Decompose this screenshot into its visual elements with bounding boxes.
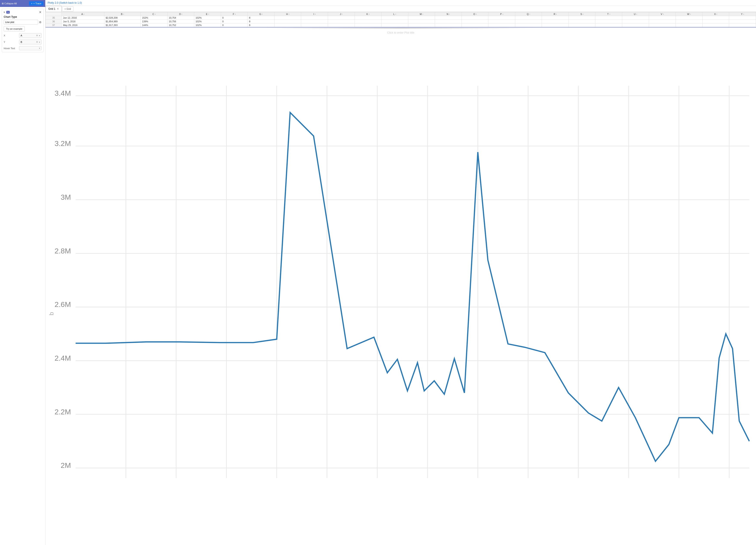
grid-cell-c[interactable]: 144% [141, 23, 168, 27]
grid-cell-e[interactable]: 102% [194, 20, 221, 23]
grid-cell-empty[interactable] [301, 20, 328, 23]
grid-cell-empty[interactable] [435, 20, 462, 23]
grid-col-C[interactable]: C ▾ [141, 12, 168, 16]
grid-cell-empty[interactable] [462, 16, 488, 20]
grid-col-N[interactable]: N ▾ [435, 12, 462, 16]
chart-type-select[interactable]: Line plot [4, 20, 38, 24]
grid-cell-d[interactable]: 10,752 [167, 23, 194, 27]
grid-col-K[interactable]: K ▾ [355, 12, 381, 16]
grid-cell-b[interactable]: $1,917,393 [104, 23, 141, 27]
grid-cell-empty[interactable] [408, 20, 435, 23]
grid-cell-empty[interactable] [595, 23, 622, 27]
grid-cell-empty[interactable] [676, 23, 703, 27]
grid-cell-empty[interactable] [569, 23, 595, 27]
grid-cell-empty[interactable] [542, 16, 569, 20]
grid-cell-empty[interactable] [702, 23, 729, 27]
grid-cell-empty[interactable] [355, 16, 381, 20]
grid-cell-empty[interactable] [328, 23, 355, 27]
grid-cell-empty[interactable] [622, 20, 649, 23]
grid-cell-empty[interactable] [408, 16, 435, 20]
grid-cell-row[interactable]: 37 [46, 23, 62, 27]
grid-cell-empty[interactable] [408, 23, 435, 27]
grid-cell-empty[interactable] [649, 16, 676, 20]
grid-cell-c[interactable]: 152% [141, 16, 168, 20]
grid-cell-empty[interactable] [595, 20, 622, 23]
grid-cell-empty[interactable] [702, 16, 729, 20]
grid-cell-row[interactable]: 35 [46, 16, 62, 20]
grid-tab-1[interactable]: Grid 1 ✕ [45, 6, 62, 12]
grid-cell-empty[interactable] [488, 20, 515, 23]
grid-cell-empty[interactable] [381, 20, 408, 23]
grid-cell-e[interactable]: 102% [194, 16, 221, 20]
grid-col-G[interactable]: G ▾ [248, 12, 275, 16]
hover-text-select[interactable]: ▾ [19, 46, 42, 50]
grid-cell-empty[interactable] [515, 20, 542, 23]
x-field-clear-button[interactable]: ✕ [36, 34, 38, 37]
grid-cell-empty[interactable] [355, 23, 381, 27]
grid-cell-empty[interactable] [569, 16, 595, 20]
grid-cell-g[interactable]: 8 [248, 20, 275, 23]
grid-cell-e[interactable]: 102% [194, 23, 221, 27]
grid-col-B[interactable]: B ▾ [104, 12, 141, 16]
grid-cell-a[interactable]: Jun 12, 2016 [62, 16, 104, 20]
grid-col-I[interactable]: I ▾ [301, 12, 328, 16]
grid-cell-empty[interactable] [488, 16, 515, 20]
add-grid-button[interactable]: + Grid [62, 6, 73, 11]
y-field-select[interactable]: B ✕ ▾ [19, 40, 42, 44]
grid-cell-empty[interactable] [676, 20, 703, 23]
grid-cell-d[interactable]: 10,754 [167, 16, 194, 20]
grid-cell-empty[interactable] [622, 23, 649, 27]
grid-cell-a[interactable]: Jun 5, 2016 [62, 20, 104, 23]
collapse-all-button[interactable]: ⊞ Collapse All [2, 2, 17, 5]
grid-col-T[interactable]: T ▾ [595, 12, 622, 16]
y-field-clear-button[interactable]: ✕ [36, 40, 38, 44]
grid-cell-empty[interactable] [569, 20, 595, 23]
grid-cell-empty[interactable] [702, 20, 729, 23]
grid-cell-empty[interactable] [595, 16, 622, 20]
grid-col-X[interactable]: X ▾ [702, 12, 729, 16]
grid-cell-empty[interactable] [301, 23, 328, 27]
grid-cell-empty[interactable] [622, 16, 649, 20]
grid-cell-b[interactable]: $2,028,208 [104, 16, 141, 20]
grid-col-Y[interactable]: Y ▾ [729, 12, 756, 16]
grid-cell-empty[interactable] [462, 20, 488, 23]
grid-cell-empty[interactable] [488, 23, 515, 27]
grid-cell-b[interactable]: $1,854,989 [104, 20, 141, 23]
grid-cell-empty[interactable] [328, 16, 355, 20]
grid-cell-empty[interactable] [676, 16, 703, 20]
grid-col-D[interactable]: D ▾ [167, 12, 194, 16]
grid-cell-empty[interactable] [435, 23, 462, 27]
chart-type-settings-button[interactable]: ⚙ [39, 21, 42, 24]
grid-cell-empty[interactable] [355, 20, 381, 23]
grid-col-W[interactable]: W ▾ [676, 12, 703, 16]
grid-col-F[interactable]: F ▾ [221, 12, 248, 16]
grid-col-L[interactable]: L ▾ [381, 12, 408, 16]
grid-col-P[interactable]: P ▾ [488, 12, 515, 16]
grid-cell-empty[interactable] [729, 20, 756, 23]
grid-cell-empty[interactable] [274, 16, 301, 20]
x-field-select[interactable]: A ✕ ▾ [19, 33, 42, 38]
add-trace-button[interactable]: + + Trace [29, 1, 44, 6]
grid-cell-empty[interactable] [381, 16, 408, 20]
grid-col-U[interactable]: U ▾ [622, 12, 649, 16]
grid-col-O[interactable]: O ▾ [462, 12, 488, 16]
grid-col-S[interactable]: S ▾ [569, 12, 595, 16]
grid-col-J[interactable]: J ▾ [328, 12, 355, 16]
grid-cell-empty[interactable] [515, 23, 542, 27]
grid-cell-empty[interactable] [381, 23, 408, 27]
grid-tab-1-close[interactable]: ✕ [57, 7, 59, 10]
grid-cell-g[interactable]: 8 [248, 23, 275, 27]
plotly-version-link[interactable]: Plotly 2.0 (Switch back to 1.0) [48, 1, 82, 4]
grid-cell-empty[interactable] [649, 20, 676, 23]
grid-col-H[interactable]: H ▾ [274, 12, 301, 16]
grid-cell-c[interactable]: 139% [141, 20, 168, 23]
grid-cell-a[interactable]: May 29, 2016 [62, 23, 104, 27]
grid-col-A[interactable]: A ▾ [62, 12, 104, 16]
grid-cell-f[interactable]: 0 [221, 16, 248, 20]
chart-area[interactable]: Click to enter Plot title 3.4M 3.2M 3M 2… [45, 29, 756, 545]
try-example-button[interactable]: Try an example [4, 26, 25, 31]
grid-col-V[interactable]: V ▾ [649, 12, 676, 16]
grid-col-Q[interactable]: Q ▾ [515, 12, 542, 16]
grid-cell-empty[interactable] [729, 23, 756, 27]
grid-cell-empty[interactable] [301, 16, 328, 20]
